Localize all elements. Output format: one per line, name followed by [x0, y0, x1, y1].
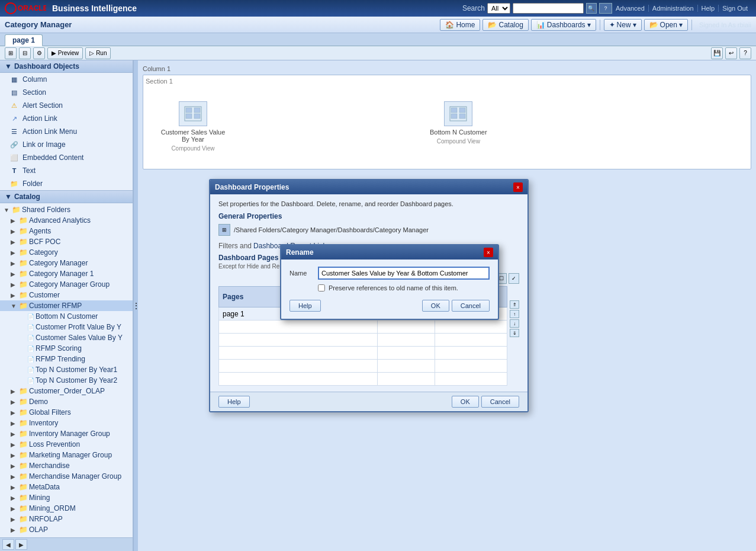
- preserve-refs-checkbox[interactable]: [318, 284, 325, 291]
- dashboards-button[interactable]: 📊 Dashboards ▾: [531, 19, 596, 31]
- rename-dialog: Rename × Name Preserve references to old…: [280, 244, 499, 320]
- search-dropdown[interactable]: All: [487, 3, 510, 14]
- folder-advanced-analytics[interactable]: ▶ 📁 Advanced Analytics: [0, 215, 133, 226]
- dashboard-props-help-button[interactable]: Help: [218, 396, 250, 408]
- panel-item-link-image[interactable]: 🔗 Link or Image: [0, 138, 133, 151]
- folder-icon: 📁: [19, 216, 28, 225]
- search-area: Search All 🔍 ?: [462, 3, 612, 14]
- folder-mining-ordm[interactable]: ▶ 📁 Mining_ORDM: [0, 503, 133, 514]
- dashboard-props-close-button[interactable]: ×: [513, 182, 523, 192]
- move-top-btn[interactable]: ⇑: [510, 300, 519, 309]
- doc-bottom-n-customer[interactable]: 📄 Bottom N Customer: [0, 311, 133, 322]
- advanced-link[interactable]: Advanced: [612, 5, 649, 12]
- dashboard-props-ok-button[interactable]: OK: [452, 396, 479, 408]
- run-button[interactable]: ▷ Run: [85, 47, 111, 59]
- help-link[interactable]: Help: [698, 5, 719, 12]
- folder-nrfolap[interactable]: ▶ 📁 NRFOLAP: [0, 514, 133, 524]
- folder-demo[interactable]: ▶ 📁 Demo: [0, 396, 133, 407]
- folder-category[interactable]: ▶ 📁 Category: [0, 247, 133, 258]
- svg-rect-5: [186, 114, 192, 118]
- doc-customer-sales[interactable]: 📄 Customer Sales Value By Y: [0, 332, 133, 343]
- collapse-icon: ▼: [5, 62, 12, 71]
- row-move-buttons: ⇑ ↑ ↓ ⇓: [510, 286, 519, 386]
- edit-bar: ⊞ ⊟ ⚙ ▶ Preview ▷ Run 💾 ↩ ?: [0, 46, 756, 60]
- resize-handle[interactable]: ⋮: [133, 60, 138, 551]
- panel-item-text[interactable]: T Text: [0, 164, 133, 177]
- panel-item-action-menu[interactable]: ☰ Action Link Menu: [0, 125, 133, 138]
- open-button[interactable]: 📂 Open ▾: [644, 19, 688, 31]
- sign-out-link[interactable]: Sign Out: [719, 5, 751, 12]
- right-content: Column 1 Section 1 Customer Sales Value: [138, 60, 756, 551]
- shared-folders-root[interactable]: ▼ 📁 Shared Folders: [0, 204, 133, 215]
- column-label: Column 1: [143, 65, 751, 72]
- dashboard-props-title-bar: Dashboard Properties ×: [210, 180, 527, 194]
- save-btn[interactable]: 💾: [711, 47, 723, 59]
- folder-olap[interactable]: ▶ 📁 OLAP: [0, 524, 133, 535]
- doc-top-n-year1[interactable]: 📄 Top N Customer By Year1: [0, 364, 133, 375]
- catalog-button[interactable]: 📂 Catalog: [482, 19, 528, 31]
- report1-icon: [179, 101, 207, 126]
- search-input[interactable]: [513, 3, 584, 14]
- report1-type: Compound View: [171, 145, 214, 152]
- panel-item-column[interactable]: ▦ Column: [0, 73, 133, 86]
- left-panel: ▼ Dashboard Objects ▦ Column ▤ Section ⚠…: [0, 60, 133, 551]
- dashboard-props-cancel-button[interactable]: Cancel: [481, 396, 519, 408]
- new-button[interactable]: ✦ New ▾: [604, 19, 642, 31]
- name-label: Name: [289, 270, 313, 277]
- folder-category-manager-1[interactable]: ▶ 📁 Category Manager 1: [0, 268, 133, 279]
- folder-mining[interactable]: ▶ 📁 Mining: [0, 492, 133, 503]
- folder-merchandise[interactable]: ▶ 📁 Merchandise: [0, 460, 133, 471]
- advanced-search-button[interactable]: ?: [599, 3, 612, 14]
- folder-customer-rfmp[interactable]: ▼ 📁 Customer RFMP: [0, 300, 133, 311]
- rename-close-button[interactable]: ×: [484, 248, 493, 257]
- folder-category-manager[interactable]: ▶ 📁 Category Manager: [0, 258, 133, 268]
- folder-metadata[interactable]: ▶ 📁 MetaData: [0, 482, 133, 492]
- edit-btn-3[interactable]: ⚙: [33, 47, 45, 59]
- folder-category-manager-group[interactable]: ▶ 📁 Category Manager Group: [0, 279, 133, 290]
- folder-inventory-manager-group[interactable]: ▶ 📁 Inventory Manager Group: [0, 428, 133, 439]
- panel-item-alert[interactable]: ⚠ Alert Section: [0, 99, 133, 112]
- path-text: /Shared Folders/Category Manager/Dashboa…: [234, 226, 429, 233]
- folder-marketing[interactable]: ▶ 📁 Marketing Manager Group: [0, 450, 133, 460]
- folder-customer[interactable]: ▶ 📁 Customer: [0, 290, 133, 300]
- nav-back-btn[interactable]: ◀: [2, 539, 14, 550]
- rename-help-button[interactable]: Help: [289, 300, 321, 312]
- pages-tool-6[interactable]: ✓: [509, 273, 519, 284]
- rename-cancel-button[interactable]: Cancel: [452, 300, 490, 312]
- revert-btn[interactable]: ↩: [725, 47, 737, 59]
- folder-customer-order-olap[interactable]: ▶ 📁 Customer_Order_OLAP: [0, 386, 133, 396]
- folder-inventory[interactable]: ▶ 📁 Inventory: [0, 418, 133, 428]
- empty-row-2: [219, 334, 507, 347]
- folder-bcf-poc[interactable]: ▶ 📁 BCF POC: [0, 236, 133, 247]
- panel-item-embedded[interactable]: ⬜ Embedded Content: [0, 151, 133, 164]
- doc-rfmp-trending[interactable]: 📄 RFMP Trending: [0, 354, 133, 364]
- folder-agents[interactable]: ▶ 📁 Agents: [0, 226, 133, 236]
- report-item-2[interactable]: Bottom N Customer Compound View: [430, 101, 487, 145]
- name-form-row: Name: [289, 267, 490, 280]
- folder-global-filters[interactable]: ▶ 📁 Global Filters: [0, 407, 133, 418]
- panel-item-text-label: Text: [22, 166, 36, 175]
- report-item-1[interactable]: Customer Sales Value By Year Compound Vi…: [157, 101, 229, 152]
- panel-item-folder[interactable]: 📁 Folder: [0, 177, 133, 190]
- move-up-btn[interactable]: ↑: [510, 310, 519, 318]
- search-button[interactable]: 🔍: [586, 3, 597, 14]
- doc-top-n-year2[interactable]: 📄 Top N Customer By Year2: [0, 375, 133, 386]
- help-edit-btn[interactable]: ?: [739, 47, 751, 59]
- tab-page1[interactable]: page 1: [5, 34, 43, 46]
- home-button[interactable]: 🏠 Home: [440, 19, 480, 31]
- doc-rfmp-scoring[interactable]: 📄 RFMP Scoring: [0, 343, 133, 354]
- move-down-btn[interactable]: ↓: [510, 319, 519, 328]
- doc-customer-profit[interactable]: 📄 Customer Profit Value By Y: [0, 322, 133, 332]
- preview-button[interactable]: ▶ Preview: [47, 47, 83, 59]
- nav-fwd-btn[interactable]: ▶: [15, 539, 27, 550]
- panel-item-section[interactable]: ▤ Section: [0, 86, 133, 99]
- name-input[interactable]: [318, 267, 490, 280]
- rename-ok-button[interactable]: OK: [422, 300, 449, 312]
- administration-link[interactable]: Administration: [649, 5, 698, 12]
- move-bottom-btn[interactable]: ⇓: [510, 329, 519, 337]
- edit-btn-1[interactable]: ⊞: [5, 47, 17, 59]
- panel-item-action-link[interactable]: ↗ Action Link: [0, 112, 133, 125]
- edit-btn-2[interactable]: ⊟: [19, 47, 31, 59]
- folder-merchandise-manager[interactable]: ▶ 📁 Merchandise Manager Group: [0, 471, 133, 482]
- folder-loss-prevention[interactable]: ▶ 📁 Loss Prevention: [0, 439, 133, 450]
